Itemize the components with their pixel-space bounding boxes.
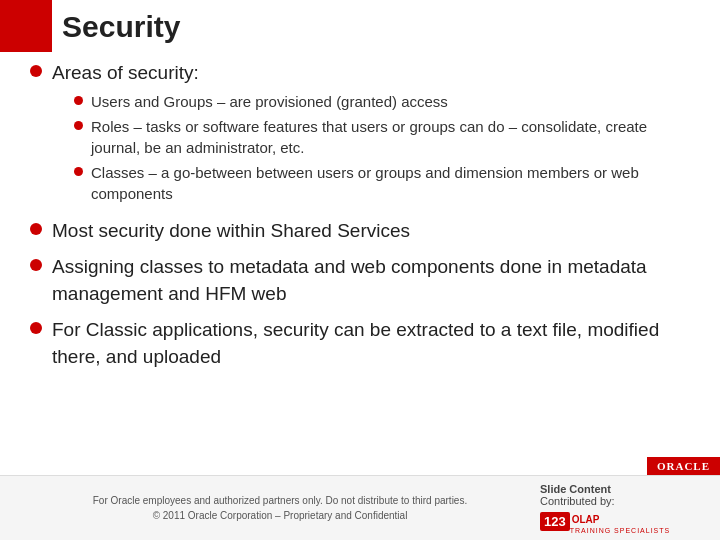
main-bullet-areas: Areas of security: Users and Groups – ar… [30, 60, 700, 208]
bullet-dot-areas [30, 65, 42, 77]
main-bullet-shared-services: Most security done within Shared Service… [30, 218, 700, 245]
footer: For Oracle employees and authorized part… [0, 475, 720, 540]
areas-text: Areas of security: [52, 60, 700, 87]
bullet-dot-assigning [30, 259, 42, 271]
sub-bullet-roles: Roles – tasks or software features that … [74, 116, 700, 158]
footer-line2: © 2011 Oracle Corporation – Proprietary … [153, 508, 408, 523]
sub-bullet-users-groups: Users and Groups – are provisioned (gran… [74, 91, 700, 112]
sub-dot-users [74, 96, 83, 105]
main-bullet-assigning: Assigning classes to metadata and web co… [30, 254, 700, 307]
roles-text: Roles – tasks or software features that … [91, 116, 700, 158]
sub-bullet-classes: Classes – a go-between between users or … [74, 162, 700, 204]
footer-copyright: For Oracle employees and authorized part… [20, 493, 540, 523]
footer-line1: For Oracle employees and authorized part… [93, 493, 467, 508]
shared-services-text: Most security done within Shared Service… [52, 218, 410, 245]
footer-slide-content-label: Slide Content [540, 483, 611, 495]
bullet-dot-shared [30, 223, 42, 235]
olap-logo: 123 OLAP TRAINING SPECIALISTS [540, 509, 670, 534]
bullet-dot-classic [30, 322, 42, 334]
oracle-label-area: ORACLE [647, 457, 720, 475]
classic-text: For Classic applications, security can b… [52, 317, 700, 370]
sub-bullets-areas: Users and Groups – are provisioned (gran… [74, 91, 700, 204]
users-groups-text: Users and Groups – are provisioned (gran… [91, 91, 448, 112]
sub-dot-roles [74, 121, 83, 130]
footer-branding: Slide Content Contributed by: 123 OLAP T… [540, 483, 700, 534]
classes-text: Classes – a go-between between users or … [91, 162, 700, 204]
olap-word: OLAP [572, 514, 600, 525]
slide-title: Security [62, 10, 180, 44]
sub-dot-classes [74, 167, 83, 176]
olap-sub: TRAINING SPECIALISTS [570, 527, 671, 534]
oracle-label: ORACLE [657, 460, 710, 472]
slide: Security Areas of security: Users and Gr… [0, 0, 720, 540]
footer-contributed-label: Contributed by: [540, 495, 615, 507]
slide-content: Areas of security: Users and Groups – ar… [30, 60, 700, 470]
main-bullet-classic: For Classic applications, security can b… [30, 317, 700, 370]
assigning-text: Assigning classes to metadata and web co… [52, 254, 700, 307]
olap-number: 123 [540, 512, 570, 531]
red-accent-bar [0, 0, 52, 52]
